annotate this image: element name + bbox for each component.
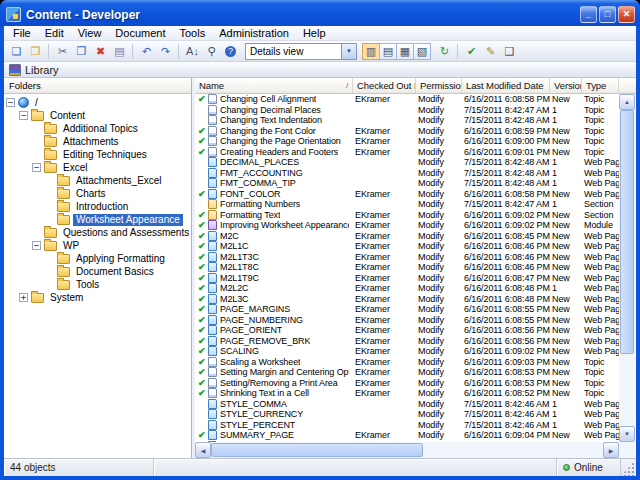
view-icons-button[interactable]: ▦ [396,43,414,60]
table-row[interactable]: Changing Text Indentation Modify 7/15/20… [195,115,619,126]
undo-button[interactable]: ↶ [137,42,156,60]
column-header-permission[interactable]: Permission [416,78,462,93]
maximize-button[interactable]: □ [599,6,616,23]
tree-expander-icon[interactable]: − [32,241,41,250]
tree-expander-icon[interactable] [45,280,54,289]
tree-item-tools[interactable]: Tools [4,278,191,291]
horizontal-scroll-thumb[interactable] [211,443,423,457]
view-list-button[interactable]: ▤ [379,43,397,60]
scroll-up-button[interactable]: ▲ [619,94,635,110]
tree-item-introduction[interactable]: Introduction [4,200,191,213]
refresh-button[interactable]: ↻ [435,42,454,60]
table-row[interactable]: ✔SUMMARY_PAGE EKramer Modify 6/16/2011 6… [195,430,619,441]
tree-item-content[interactable]: − Content [4,109,191,122]
tree-item-questions-and-assessments[interactable]: Questions and Assessments [4,226,191,239]
tree-item-worksheet-appearance[interactable]: Worksheet Appearance [4,213,191,226]
table-row[interactable]: ✔Improving Worksheet Appearance EKramer … [195,220,619,231]
menu-item-edit[interactable]: Edit [38,26,71,40]
minimize-button[interactable]: _ [580,6,597,23]
scroll-left-button[interactable]: ◀ [195,442,211,458]
menu-item-help[interactable]: Help [296,26,333,40]
table-row[interactable]: ✔Changing the Page Orientation EKramer M… [195,136,619,147]
table-row[interactable]: ✔Creating Headers and Footers EKramer Mo… [195,147,619,158]
tree-expander-icon[interactable] [45,267,54,276]
table-row[interactable]: ✔Scaling a Worksheet EKramer Modify 6/16… [195,357,619,368]
tree-expander-icon[interactable] [32,137,41,146]
view-thumbnails-button[interactable]: ▧ [413,43,431,60]
vertical-scroll-track[interactable] [619,110,635,426]
table-row[interactable]: ✔M2C EKramer Modify 6/16/2011 6:08:45 PM… [195,231,619,242]
table-row[interactable]: STYLE_COMMA Modify 7/15/2011 8:42:46 AM … [195,399,619,410]
view-details-button[interactable]: ▥ [362,43,380,60]
table-row[interactable]: FMT_ACCOUNTING Modify 7/15/2011 8:42:48 … [195,168,619,179]
horizontal-scroll-track[interactable] [211,442,603,458]
column-header-name[interactable]: Name / [195,78,353,93]
table-row[interactable]: ✔Shrinking Text in a Cell EKramer Modify… [195,388,619,399]
print-button[interactable]: ❑ [500,42,519,60]
column-header-type[interactable]: Type [582,78,619,93]
menu-item-tools[interactable]: Tools [173,26,213,40]
close-button[interactable]: ✕ [618,6,635,23]
tree-expander-icon[interactable] [45,254,54,263]
horizontal-scrollbar[interactable]: ◀ ▶ [195,442,619,458]
table-row[interactable]: ✔M2L3C EKramer Modify 6/16/2011 6:08:48 … [195,294,619,305]
copy-button[interactable]: ❒ [72,42,91,60]
table-row[interactable]: ✔M2L1T8C EKramer Modify 6/16/2011 6:08:4… [195,262,619,273]
resize-grip[interactable] [621,459,636,476]
tree-item-attachments-excel[interactable]: Attachments_Excel [4,174,191,187]
menu-item-view[interactable]: View [71,26,109,40]
menu-item-file[interactable]: File [6,26,38,40]
redo-button[interactable]: ↷ [156,42,175,60]
column-header-version[interactable]: Version [550,78,582,93]
find-button[interactable]: ⚲ [202,42,221,60]
tree-expander-icon[interactable] [32,228,41,237]
table-row[interactable]: ✔FONT_COLOR EKramer Modify 6/16/2011 6:0… [195,189,619,200]
tree-expander-icon[interactable]: + [19,293,28,302]
table-row[interactable]: ✔Setting/Removing a Print Area EKramer M… [195,378,619,389]
table-row[interactable]: ✔Formatting Text EKramer Modify 6/16/201… [195,210,619,221]
menu-item-document[interactable]: Document [108,26,172,40]
column-header-checked-out-by[interactable]: Checked Out By [353,78,416,93]
cut-button[interactable]: ✂ [53,42,72,60]
tree-item-excel[interactable]: − Excel [4,161,191,174]
table-row[interactable]: ✔PAGE_MARGINS EKramer Modify 6/16/2011 6… [195,304,619,315]
tree-item-attachments[interactable]: Attachments [4,135,191,148]
column-header-last-modified-date[interactable]: Last Modified Date [462,78,550,93]
tree-item-system[interactable]: + System [4,291,191,304]
tree-expander-icon[interactable] [32,124,41,133]
tree-item-wp[interactable]: − WP [4,239,191,252]
vertical-scrollbar[interactable]: ▲ ▼ [619,94,635,442]
table-row[interactable]: ✔PAGE_NUMBERING EKramer Modify 6/16/2011… [195,315,619,326]
edit-document-button[interactable]: ✎ [481,42,500,60]
tree-expander-icon[interactable] [45,215,54,224]
paste-button[interactable]: ▤ [110,42,129,60]
table-row[interactable]: DECIMAL_PLACES Modify 7/15/2011 8:42:48 … [195,157,619,168]
table-row[interactable]: ✔Changing the Font Color EKramer Modify … [195,126,619,137]
open-button[interactable]: ❐ [26,42,45,60]
tree-item-document-basics[interactable]: Document Basics [4,265,191,278]
scroll-right-button[interactable]: ▶ [603,442,619,458]
sort-button[interactable]: A↓ [183,42,202,60]
table-row[interactable]: STYLE_PERCENT Modify 7/15/2011 8:42:46 A… [195,420,619,431]
check-out-button[interactable]: ✔ [462,42,481,60]
table-row[interactable]: FMT_COMMA_TIP Modify 7/15/2011 8:42:48 A… [195,178,619,189]
tree-item-applying-formatting[interactable]: Applying Formatting [4,252,191,265]
tree-expander-icon[interactable]: − [19,111,28,120]
scroll-down-button[interactable]: ▼ [619,426,635,442]
new-button[interactable]: ❏ [7,42,26,60]
table-row[interactable]: Formatting Numbers Modify 7/15/2011 8:42… [195,199,619,210]
tree-item-additional-topics[interactable]: Additional Topics [4,122,191,135]
tree-expander-icon[interactable] [45,189,54,198]
tree-expander-icon[interactable] [32,150,41,159]
tree-item-editing-techniques[interactable]: Editing Techniques [4,148,191,161]
tree-expander-icon[interactable] [45,176,54,185]
tree-item-root[interactable]: − / [4,96,191,109]
table-row[interactable]: ✔M2L1C EKramer Modify 6/16/2011 6:08:46 … [195,241,619,252]
view-mode-dropdown[interactable]: Details view ▼ [245,43,357,60]
tree-expander-icon[interactable]: − [6,98,15,107]
table-row[interactable]: ✔M2L2C EKramer Modify 6/16/2011 6:08:48 … [195,283,619,294]
table-row[interactable]: ✔SCALING EKramer Modify 6/16/2011 6:09:0… [195,346,619,357]
vertical-scroll-thumb[interactable] [620,110,634,354]
table-row[interactable]: ✔PAGE_ORIENT EKramer Modify 6/16/2011 6:… [195,325,619,336]
tree-expander-icon[interactable]: − [32,163,41,172]
